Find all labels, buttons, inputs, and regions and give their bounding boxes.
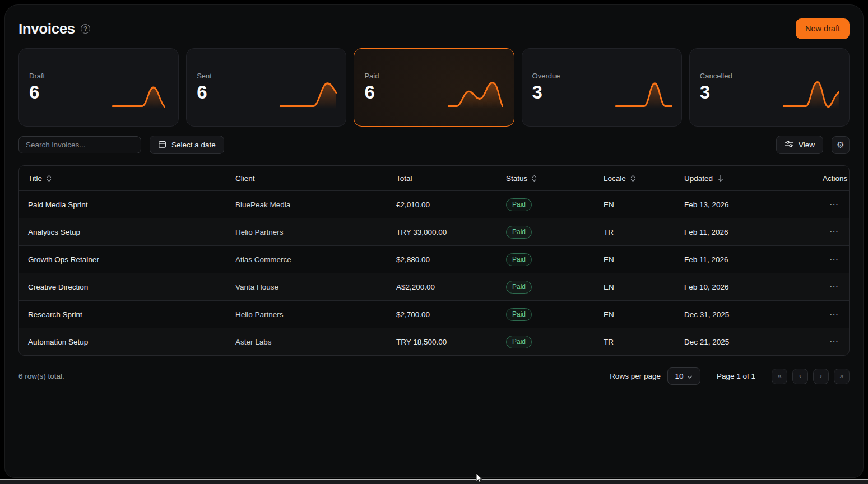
next-page-button[interactable]: › <box>813 369 829 384</box>
cell-updated: Feb 11, 2026 <box>675 255 814 264</box>
column-header-client: Client <box>226 174 387 183</box>
table-row[interactable]: Automation Setup Aster Labs TRY 18,500.0… <box>19 328 849 355</box>
rows-per-page-label: Rows per page <box>610 372 661 380</box>
cell-client: Aster Labs <box>226 338 387 346</box>
status-badge: Paid <box>506 226 532 239</box>
cell-title: Growth Ops Retainer <box>19 255 226 264</box>
cell-total: TRY 18,500.00 <box>387 338 497 346</box>
ellipsis-icon: ⋯ <box>829 227 839 236</box>
ellipsis-icon: ⋯ <box>829 255 839 264</box>
stat-cards-row: Draft 6 Sent 6 Paid 6 Overdue <box>18 48 850 127</box>
cell-updated: Dec 31, 2025 <box>675 310 814 319</box>
column-header-label: Status <box>506 174 527 183</box>
stat-card-cancelled[interactable]: Cancelled 3 <box>689 48 850 127</box>
view-button[interactable]: View <box>776 136 823 154</box>
chevron-left-icon: ‹ <box>799 371 801 380</box>
previous-page-button[interactable]: ‹ <box>792 369 808 384</box>
ellipsis-icon: ⋯ <box>829 310 839 319</box>
last-page-button[interactable]: » <box>834 369 850 384</box>
first-page-button[interactable]: « <box>772 369 787 384</box>
sparkline-chart <box>615 77 674 111</box>
column-header-label: Title <box>28 174 42 183</box>
column-header-title[interactable]: Title <box>19 174 226 183</box>
sort-descending-arrow-icon <box>717 175 724 182</box>
settings-gear-button[interactable]: ⚙ <box>832 136 850 154</box>
chevron-right-icon: › <box>820 371 822 380</box>
select-date-button[interactable]: Select a date <box>150 136 224 154</box>
cell-locale: TR <box>595 338 675 346</box>
column-header-label: Actions <box>823 174 847 183</box>
search-input[interactable] <box>18 136 141 153</box>
status-badge: Paid <box>506 253 532 266</box>
row-actions-button[interactable]: ⋯ <box>829 255 839 264</box>
stat-card-paid[interactable]: Paid 6 <box>354 48 514 127</box>
stat-card-sent[interactable]: Sent 6 <box>186 48 346 127</box>
cell-title: Analytics Setup <box>19 228 226 236</box>
row-actions-button[interactable]: ⋯ <box>829 200 839 209</box>
table-row[interactable]: Research Sprint Helio Partners $2,700.00… <box>19 300 849 328</box>
cell-title: Paid Media Sprint <box>19 201 226 209</box>
column-header-label: Updated <box>684 174 713 183</box>
ellipsis-icon: ⋯ <box>829 282 839 291</box>
status-badge: Paid <box>506 281 532 294</box>
cell-client: Helio Partners <box>226 228 387 236</box>
row-actions-button[interactable]: ⋯ <box>829 227 839 236</box>
status-badge: Paid <box>506 198 532 211</box>
row-actions-button[interactable]: ⋯ <box>829 282 839 291</box>
pagination: « ‹ › » <box>772 369 850 384</box>
column-header-actions: Actions <box>814 174 849 183</box>
table-header-row: TitleClientTotalStatusLocaleUpdatedActio… <box>19 166 849 190</box>
column-header-label: Client <box>235 174 255 183</box>
table-body: Paid Media Sprint BluePeak Media €2,010.… <box>19 190 849 355</box>
double-chevron-right-icon: » <box>839 371 843 380</box>
rows-total-text: 6 row(s) total. <box>18 372 64 380</box>
sparkline-chart <box>782 77 841 111</box>
gear-icon: ⚙ <box>837 140 844 150</box>
help-icon[interactable]: ? <box>81 24 90 34</box>
cell-locale: EN <box>595 255 675 264</box>
column-header-locale[interactable]: Locale <box>595 174 675 183</box>
cell-actions: ⋯ <box>814 200 849 209</box>
sort-chevrons-icon <box>532 175 537 182</box>
cell-total: $2,880.00 <box>387 255 497 264</box>
table-row[interactable]: Analytics Setup Helio Partners TRY 33,00… <box>19 218 849 245</box>
new-draft-button[interactable]: New draft <box>796 18 850 39</box>
rows-per-page-value: 10 <box>675 372 683 380</box>
cell-total: A$2,200.00 <box>387 283 497 291</box>
rows-per-page-select[interactable]: 10 <box>667 367 700 385</box>
sparkline-chart <box>112 77 170 111</box>
invoices-app-window: Invoices ? New draft Draft 6 Sent 6 Paid… <box>4 4 864 478</box>
sort-chevrons-icon <box>47 175 52 182</box>
sparkline-chart <box>447 77 506 111</box>
row-actions-button[interactable]: ⋯ <box>829 310 839 319</box>
column-header-total: Total <box>387 174 497 183</box>
toolbar: Select a date View ⚙ <box>18 136 850 154</box>
sparkline-chart <box>279 77 338 111</box>
cell-total: TRY 33,000.00 <box>387 228 497 236</box>
cell-title: Research Sprint <box>19 310 226 319</box>
row-actions-button[interactable]: ⋯ <box>829 337 839 346</box>
column-header-updated[interactable]: Updated <box>675 174 814 183</box>
stat-card-draft[interactable]: Draft 6 <box>18 48 179 127</box>
table-row[interactable]: Paid Media Sprint BluePeak Media €2,010.… <box>19 190 849 218</box>
table-row[interactable]: Growth Ops Retainer Atlas Commerce $2,88… <box>19 245 849 273</box>
ellipsis-icon: ⋯ <box>829 200 839 209</box>
calendar-icon <box>158 140 166 150</box>
cell-locale: EN <box>595 310 675 319</box>
stat-card-overdue[interactable]: Overdue 3 <box>522 48 682 127</box>
cell-actions: ⋯ <box>814 310 849 319</box>
chevron-down-icon <box>687 372 693 380</box>
status-badge: Paid <box>506 308 532 321</box>
cell-updated: Feb 11, 2026 <box>675 228 814 236</box>
ellipsis-icon: ⋯ <box>829 337 839 346</box>
cell-title: Creative Direction <box>19 283 226 291</box>
table-footer: 6 row(s) total. Rows per page 10 Page 1 … <box>18 367 850 385</box>
column-header-status[interactable]: Status <box>497 174 595 183</box>
status-badge: Paid <box>506 336 532 348</box>
cell-actions: ⋯ <box>814 337 849 346</box>
cell-status: Paid <box>497 308 595 321</box>
cell-locale: TR <box>595 228 675 236</box>
table-row[interactable]: Creative Direction Vanta House A$2,200.0… <box>19 273 849 300</box>
cell-updated: Feb 13, 2026 <box>675 201 814 209</box>
cell-client: Atlas Commerce <box>226 255 387 264</box>
